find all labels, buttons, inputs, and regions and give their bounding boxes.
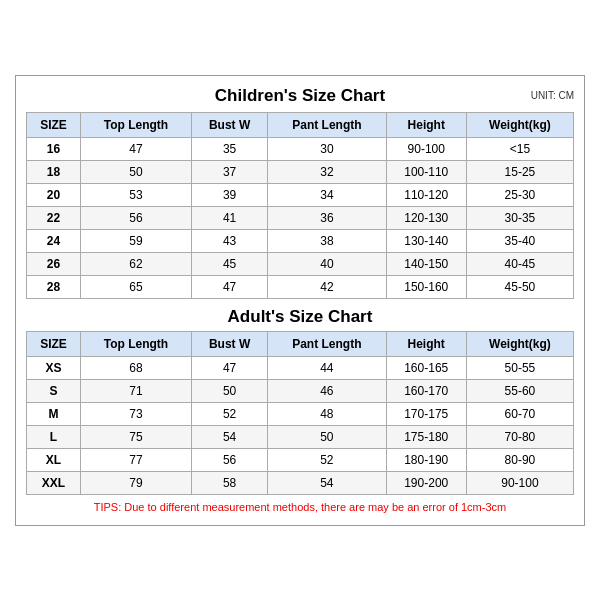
data-cell: 59 — [80, 229, 191, 252]
adult-table-row: M735248170-17560-70 — [27, 402, 574, 425]
col-top-length-adult: Top Length — [80, 331, 191, 356]
data-cell: 52 — [268, 448, 386, 471]
children-table-row: 22564136120-13030-35 — [27, 206, 574, 229]
data-cell: 190-200 — [386, 471, 466, 494]
data-cell: 79 — [80, 471, 191, 494]
children-size-table: SIZE Top Length Bust W Pant Length Heigh… — [26, 112, 574, 299]
data-cell: 25-30 — [466, 183, 573, 206]
adult-table-row: S715046160-17055-60 — [27, 379, 574, 402]
data-cell: 40 — [268, 252, 386, 275]
adult-size-table: Adult's Size Chart SIZE Top Length Bust … — [26, 299, 574, 515]
data-cell: 180-190 — [386, 448, 466, 471]
data-cell: 44 — [268, 356, 386, 379]
data-cell: 45-50 — [466, 275, 573, 298]
data-cell: 30 — [268, 137, 386, 160]
adult-chart-title: Adult's Size Chart — [27, 299, 574, 332]
data-cell: 50 — [80, 160, 191, 183]
data-cell: 43 — [192, 229, 268, 252]
adult-table-row: XL775652180-19080-90 — [27, 448, 574, 471]
col-pant-length: Pant Length — [268, 112, 386, 137]
data-cell: 56 — [80, 206, 191, 229]
data-cell: 58 — [192, 471, 268, 494]
data-cell: 47 — [192, 356, 268, 379]
data-cell: 71 — [80, 379, 191, 402]
data-cell: 56 — [192, 448, 268, 471]
size-chart-container: Children's Size Chart UNIT: CM SIZE Top … — [15, 75, 585, 526]
adult-table-row: L755450175-18070-80 — [27, 425, 574, 448]
children-chart-title: Children's Size Chart — [215, 86, 385, 106]
data-cell: 160-170 — [386, 379, 466, 402]
children-table-row: 20533934110-12025-30 — [27, 183, 574, 206]
data-cell: 130-140 — [386, 229, 466, 252]
children-table-row: 18503732100-11015-25 — [27, 160, 574, 183]
size-cell: L — [27, 425, 81, 448]
data-cell: 90-100 — [386, 137, 466, 160]
data-cell: 32 — [268, 160, 386, 183]
data-cell: 100-110 — [386, 160, 466, 183]
size-cell: XS — [27, 356, 81, 379]
children-title-row: Children's Size Chart UNIT: CM — [26, 86, 574, 106]
data-cell: 41 — [192, 206, 268, 229]
data-cell: 140-150 — [386, 252, 466, 275]
tips-text: TIPS: Due to different measurement metho… — [27, 494, 574, 515]
data-cell: 70-80 — [466, 425, 573, 448]
data-cell: 47 — [192, 275, 268, 298]
size-cell: 26 — [27, 252, 81, 275]
data-cell: 54 — [268, 471, 386, 494]
col-pant-length-adult: Pant Length — [268, 331, 386, 356]
col-weight-adult: Weight(kg) — [466, 331, 573, 356]
data-cell: 150-160 — [386, 275, 466, 298]
col-height-adult: Height — [386, 331, 466, 356]
size-cell: M — [27, 402, 81, 425]
data-cell: 160-165 — [386, 356, 466, 379]
size-cell: XL — [27, 448, 81, 471]
data-cell: 65 — [80, 275, 191, 298]
col-bust-w-adult: Bust W — [192, 331, 268, 356]
col-size: SIZE — [27, 112, 81, 137]
data-cell: 75 — [80, 425, 191, 448]
col-size-adult: SIZE — [27, 331, 81, 356]
data-cell: 40-45 — [466, 252, 573, 275]
size-cell: 22 — [27, 206, 81, 229]
adult-table-row: XS684744160-16550-55 — [27, 356, 574, 379]
data-cell: 42 — [268, 275, 386, 298]
size-cell: 24 — [27, 229, 81, 252]
children-table-row: 1647353090-100<15 — [27, 137, 574, 160]
data-cell: 35 — [192, 137, 268, 160]
children-table-row: 24594338130-14035-40 — [27, 229, 574, 252]
data-cell: 55-60 — [466, 379, 573, 402]
data-cell: 39 — [192, 183, 268, 206]
data-cell: 46 — [268, 379, 386, 402]
size-cell: 28 — [27, 275, 81, 298]
data-cell: 53 — [80, 183, 191, 206]
data-cell: 68 — [80, 356, 191, 379]
unit-label: UNIT: CM — [531, 90, 574, 101]
data-cell: 60-70 — [466, 402, 573, 425]
data-cell: 62 — [80, 252, 191, 275]
col-top-length: Top Length — [80, 112, 191, 137]
data-cell: 110-120 — [386, 183, 466, 206]
size-cell: 16 — [27, 137, 81, 160]
size-cell: XXL — [27, 471, 81, 494]
data-cell: 45 — [192, 252, 268, 275]
data-cell: 38 — [268, 229, 386, 252]
size-cell: 20 — [27, 183, 81, 206]
data-cell: 36 — [268, 206, 386, 229]
children-table-row: 26624540140-15040-45 — [27, 252, 574, 275]
col-height: Height — [386, 112, 466, 137]
size-cell: S — [27, 379, 81, 402]
col-bust-w: Bust W — [192, 112, 268, 137]
data-cell: 90-100 — [466, 471, 573, 494]
adult-title-row: Adult's Size Chart — [27, 299, 574, 332]
data-cell: 170-175 — [386, 402, 466, 425]
data-cell: 35-40 — [466, 229, 573, 252]
data-cell: 175-180 — [386, 425, 466, 448]
data-cell: 120-130 — [386, 206, 466, 229]
data-cell: 47 — [80, 137, 191, 160]
adult-table-row: XXL795854190-20090-100 — [27, 471, 574, 494]
data-cell: 30-35 — [466, 206, 573, 229]
data-cell: 48 — [268, 402, 386, 425]
data-cell: 54 — [192, 425, 268, 448]
data-cell: 50 — [192, 379, 268, 402]
data-cell: 50-55 — [466, 356, 573, 379]
